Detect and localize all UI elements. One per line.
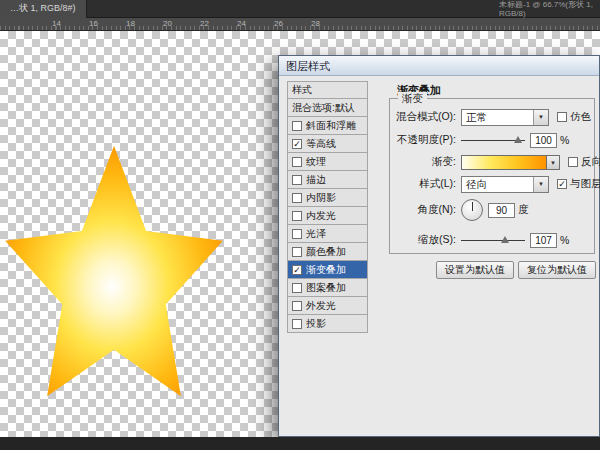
tab-bar: …状 1, RGB/8#) 未标题-1 @ 66.7%(形状 1, RGB/8) (0, 0, 600, 18)
style-list-item[interactable]: 纹理 (287, 153, 368, 171)
opacity-unit: % (560, 134, 569, 146)
groupbox-legend: 渐变 (398, 92, 427, 106)
horizontal-ruler[interactable]: 1416182022242628 (0, 18, 600, 31)
style-item-label: 内阴影 (306, 191, 336, 205)
style-label: 样式(L): (394, 177, 456, 191)
style-item-label: 等高线 (306, 137, 336, 151)
style-list-item[interactable]: 投影 (287, 315, 368, 333)
chevron-down-icon[interactable]: ▼ (533, 110, 548, 125)
style-item-label: 内发光 (306, 209, 336, 223)
gradient-label: 渐变: (394, 155, 456, 169)
ruler-number: 20 (163, 19, 172, 28)
style-item-checkbox[interactable] (292, 157, 302, 167)
opacity-row: 不透明度(P): 100 % (394, 131, 592, 149)
document-tab-label: …状 1, RGB/8#) (10, 3, 76, 13)
scale-slider[interactable] (461, 234, 525, 246)
reverse-checkbox[interactable] (568, 157, 578, 167)
dialog-title: 图层样式 (286, 60, 330, 72)
opacity-value[interactable]: 100 (530, 133, 557, 148)
blend-mode-row: 混合模式(O): 正常 ▼ 仿色 (394, 108, 592, 126)
style-list-item[interactable]: ✓渐变叠加 (287, 261, 368, 279)
style-item-checkbox[interactable] (292, 229, 302, 239)
angle-dial[interactable] (461, 199, 483, 221)
style-item-checkbox[interactable] (292, 247, 302, 257)
blend-mode-label: 混合模式(O): (394, 110, 456, 124)
align-layer-checkbox[interactable]: ✓ (557, 179, 567, 189)
opacity-slider-thumb[interactable] (514, 136, 522, 143)
scale-row: 缩放(S): 107 % (394, 231, 592, 249)
style-list-item[interactable]: 光泽 (287, 225, 368, 243)
style-item-label: 颜色叠加 (306, 245, 346, 259)
gradient-groupbox: 渐变 混合模式(O): 正常 ▼ 仿色 不透明度(P): 100 (389, 98, 595, 254)
chevron-down-icon[interactable]: ▼ (533, 177, 548, 192)
scale-unit: % (560, 234, 569, 246)
angle-value[interactable]: 90 (488, 203, 515, 218)
star-polygon (5, 146, 223, 396)
document-title-text: 未标题-1 @ 66.7%(形状 1, RGB/8) (499, 1, 597, 18)
style-item-label: 样式 (292, 83, 312, 97)
ruler-number: 26 (274, 19, 283, 28)
blend-mode-select[interactable]: 正常 ▼ (461, 109, 549, 126)
style-item-checkbox[interactable]: ✓ (292, 265, 302, 275)
reverse-label: 反向 (581, 155, 600, 169)
style-list-item[interactable]: 外发光 (287, 297, 368, 315)
opacity-label: 不透明度(P): (394, 133, 456, 147)
ruler-number: 14 (52, 19, 61, 28)
style-item-label: 纹理 (306, 155, 326, 169)
dither-checkbox[interactable] (557, 112, 567, 122)
style-item-label: 图案叠加 (306, 281, 346, 295)
gradient-dropdown-button[interactable]: ▼ (547, 155, 560, 170)
scale-label: 缩放(S): (394, 233, 456, 247)
bottom-bar (0, 437, 600, 450)
style-list-item[interactable]: ✓等高线 (287, 135, 368, 153)
style-item-checkbox[interactable]: ✓ (292, 139, 302, 149)
style-item-checkbox[interactable] (292, 301, 302, 311)
style-list-item[interactable]: 内阴影 (287, 189, 368, 207)
style-list-item[interactable]: 颜色叠加 (287, 243, 368, 261)
ruler-number: 16 (89, 19, 98, 28)
ruler-number: 28 (311, 19, 320, 28)
document-tab[interactable]: …状 1, RGB/8#) (0, 0, 87, 18)
reset-default-button[interactable]: 复位为默认值 (518, 261, 596, 279)
gradient-preview[interactable] (461, 155, 547, 170)
style-item-label: 外发光 (306, 299, 336, 313)
style-item-checkbox[interactable] (292, 283, 302, 293)
style-list-item-styles[interactable]: 样式 (287, 81, 368, 99)
style-list: 样式 混合选项:默认 斜面和浮雕✓等高线纹理描边内阴影内发光光泽颜色叠加✓渐变叠… (287, 81, 368, 333)
style-item-checkbox[interactable] (292, 319, 302, 329)
style-item-checkbox[interactable] (292, 193, 302, 203)
style-list-item[interactable]: 斜面和浮雕 (287, 117, 368, 135)
ruler-number: 18 (126, 19, 135, 28)
scale-slider-thumb[interactable] (501, 236, 509, 243)
style-list-item[interactable]: 内发光 (287, 207, 368, 225)
style-item-label: 投影 (306, 317, 326, 331)
style-item-label: 渐变叠加 (306, 263, 346, 277)
style-list-item[interactable]: 描边 (287, 171, 368, 189)
style-item-checkbox[interactable] (292, 211, 302, 221)
angle-needle (472, 202, 473, 211)
style-item-label: 混合选项:默认 (292, 101, 355, 115)
set-default-button[interactable]: 设置为默认值 (436, 261, 514, 279)
opacity-slider[interactable] (461, 134, 525, 146)
style-item-label: 描边 (306, 173, 326, 187)
dialog-body: 样式 混合选项:默认 斜面和浮雕✓等高线纹理描边内阴影内发光光泽颜色叠加✓渐变叠… (279, 76, 599, 436)
style-row: 样式(L): 径向 ▼ ✓ 与图层对齐 (394, 175, 592, 193)
style-item-checkbox[interactable] (292, 175, 302, 185)
align-layer-label: 与图层对齐 (570, 177, 600, 191)
style-item-checkbox[interactable] (292, 121, 302, 131)
style-list-item-blending-options[interactable]: 混合选项:默认 (287, 99, 368, 117)
angle-label: 角度(N): (394, 203, 456, 217)
scale-value[interactable]: 107 (530, 233, 557, 248)
style-list-items: 斜面和浮雕✓等高线纹理描边内阴影内发光光泽颜色叠加✓渐变叠加图案叠加外发光投影 (287, 117, 368, 333)
angle-unit: 度 (518, 203, 529, 217)
style-list-item[interactable]: 图案叠加 (287, 279, 368, 297)
style-item-label: 光泽 (306, 227, 326, 241)
style-item-label: 斜面和浮雕 (306, 119, 356, 133)
ruler-number: 22 (200, 19, 209, 28)
star-shape (0, 135, 230, 407)
angle-row: 角度(N): 90 度 (394, 197, 592, 223)
dialog-titlebar[interactable]: 图层样式 (279, 56, 599, 76)
style-select[interactable]: 径向 ▼ (461, 176, 549, 193)
photoshop-window: …状 1, RGB/8#) 未标题-1 @ 66.7%(形状 1, RGB/8)… (0, 0, 600, 450)
blend-mode-value: 正常 (466, 111, 487, 123)
